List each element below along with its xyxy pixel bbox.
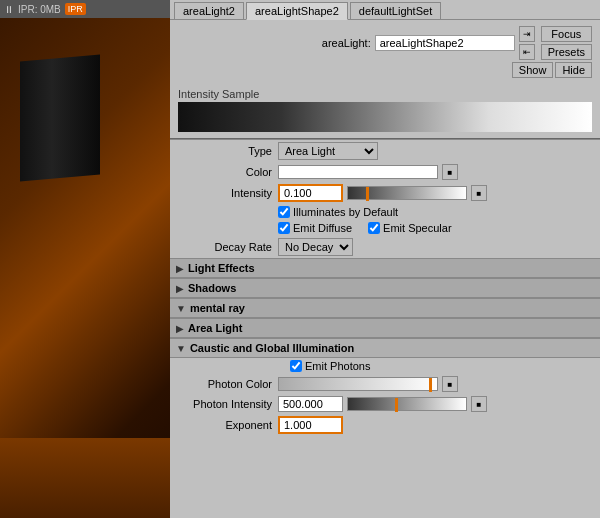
emit-diffuse-label: Emit Diffuse: [293, 222, 352, 234]
decay-rate-select[interactable]: No Decay: [278, 238, 353, 256]
photon-intensity-thumb: [395, 398, 398, 412]
color-label: Color: [178, 166, 278, 178]
light-effects-title: Light Effects: [188, 262, 255, 274]
photon-color-map-btn[interactable]: ■: [442, 376, 458, 392]
intensity-input[interactable]: [278, 184, 343, 202]
area-light-title: Area Light: [188, 322, 242, 334]
exponent-value-group: [278, 416, 592, 434]
intensity-label: Intensity: [178, 187, 278, 199]
light-effects-section-header[interactable]: ▶ Light Effects: [170, 258, 600, 278]
emit-photons-checkbox[interactable]: [290, 360, 302, 372]
color-swatch[interactable]: [278, 165, 438, 179]
right-panel: areaLight2 areaLightShape2 defaultLightS…: [170, 0, 600, 518]
show-hide-row: Show Hide: [512, 62, 592, 78]
caustic-gi-arrow: ▼: [176, 343, 186, 354]
photon-intensity-input[interactable]: [278, 396, 343, 412]
node-name-label: areaLight:: [322, 37, 371, 49]
photon-color-label: Photon Color: [178, 378, 278, 390]
viewport-image: [0, 18, 170, 518]
color-row: Color ■: [170, 162, 600, 182]
photon-color-value: ■: [278, 376, 592, 392]
photon-color-row: Photon Color ■: [170, 374, 600, 394]
emit-specular-item: Emit Specular: [368, 222, 451, 234]
exponent-row: Exponent: [170, 414, 600, 436]
type-label: Type: [178, 145, 278, 157]
photon-intensity-label: Photon Intensity: [178, 398, 278, 410]
intensity-row: Intensity ■: [170, 182, 600, 204]
presets-button[interactable]: Presets: [541, 44, 592, 60]
ipr-badge: IPR: [65, 3, 86, 15]
decay-rate-label: Decay Rate: [178, 241, 278, 253]
scene-floor: [0, 438, 170, 518]
focus-button[interactable]: Focus: [541, 26, 592, 42]
color-map-btn[interactable]: ■: [442, 164, 458, 180]
tab-arealightshape2[interactable]: areaLightShape2: [246, 2, 348, 20]
checkbox-row-2: Emit Diffuse Emit Specular: [170, 220, 600, 236]
photon-color-thumb: [429, 378, 432, 392]
tab-arealight2[interactable]: areaLight2: [174, 2, 244, 19]
emit-photons-row: Emit Photons: [170, 358, 600, 374]
shadows-title: Shadows: [188, 282, 236, 294]
intensity-slider[interactable]: [347, 186, 467, 200]
pause-icon: ⏸: [4, 4, 14, 15]
type-row: Type Area Light: [170, 140, 600, 162]
emit-photons-item: Emit Photons: [290, 360, 370, 372]
tabs-bar: areaLight2 areaLightShape2 defaultLightS…: [170, 0, 600, 20]
connection-icon-1[interactable]: ⇥: [519, 26, 535, 42]
ipr-label: IPR: 0MB: [18, 4, 61, 15]
area-light-section-header[interactable]: ▶ Area Light: [170, 318, 600, 338]
color-value: ■: [278, 164, 592, 180]
area-light-arrow: ▶: [176, 323, 184, 334]
illuminates-by-default-item: Illuminates by Default: [278, 206, 398, 218]
photon-intensity-value-group: ■: [278, 396, 592, 412]
intensity-map-btn[interactable]: ■: [471, 185, 487, 201]
node-name-input[interactable]: [375, 35, 515, 51]
exponent-label: Exponent: [178, 419, 278, 431]
properties-panel[interactable]: Type Area Light Color ■ Intensity: [170, 140, 600, 518]
connection-icon-2[interactable]: ⇤: [519, 44, 535, 60]
intensity-sample-section: Intensity Sample: [170, 84, 600, 138]
hide-button[interactable]: Hide: [555, 62, 592, 78]
emit-diffuse-item: Emit Diffuse: [278, 222, 352, 234]
tab-defaultlightset[interactable]: defaultLightSet: [350, 2, 441, 19]
intensity-slider-thumb: [366, 187, 369, 201]
focus-presets-group: Focus Presets: [541, 26, 592, 60]
decay-rate-row: Decay Rate No Decay: [170, 236, 600, 258]
emit-specular-checkbox[interactable]: [368, 222, 380, 234]
photon-intensity-row: Photon Intensity ■: [170, 394, 600, 414]
mental-ray-title: mental ray: [190, 302, 245, 314]
intensity-sample-bar: [178, 102, 592, 132]
illuminates-by-default-checkbox[interactable]: [278, 206, 290, 218]
shadows-arrow: ▶: [176, 283, 184, 294]
light-effects-arrow: ▶: [176, 263, 184, 274]
emit-specular-label: Emit Specular: [383, 222, 451, 234]
scene-object: [20, 55, 100, 182]
node-info-section: areaLight: ⇥ ⇤ Focus Presets Show Hide: [170, 20, 600, 84]
caustic-gi-section-header[interactable]: ▼ Caustic and Global Illumination: [170, 338, 600, 358]
intensity-sample-label: Intensity Sample: [178, 88, 259, 100]
mental-ray-arrow: ▼: [176, 303, 186, 314]
illuminates-by-default-label: Illuminates by Default: [293, 206, 398, 218]
photon-intensity-map-btn[interactable]: ■: [471, 396, 487, 412]
shadows-section-header[interactable]: ▶ Shadows: [170, 278, 600, 298]
type-value: Area Light: [278, 142, 592, 160]
photon-color-slider[interactable]: [278, 377, 438, 391]
intensity-value-group: ■: [278, 184, 592, 202]
mental-ray-section-header[interactable]: ▼ mental ray: [170, 298, 600, 318]
type-select[interactable]: Area Light: [278, 142, 378, 160]
exponent-input[interactable]: [278, 416, 343, 434]
decay-rate-value: No Decay: [278, 238, 592, 256]
checkbox-row-1: Illuminates by Default: [170, 204, 600, 220]
viewport-header: ⏸ IPR: 0MB IPR: [0, 0, 170, 18]
viewport-panel: ⏸ IPR: 0MB IPR: [0, 0, 170, 518]
emit-diffuse-checkbox[interactable]: [278, 222, 290, 234]
show-button[interactable]: Show: [512, 62, 554, 78]
photon-intensity-slider[interactable]: [347, 397, 467, 411]
emit-photons-label: Emit Photons: [305, 360, 370, 372]
caustic-gi-title: Caustic and Global Illumination: [190, 342, 354, 354]
